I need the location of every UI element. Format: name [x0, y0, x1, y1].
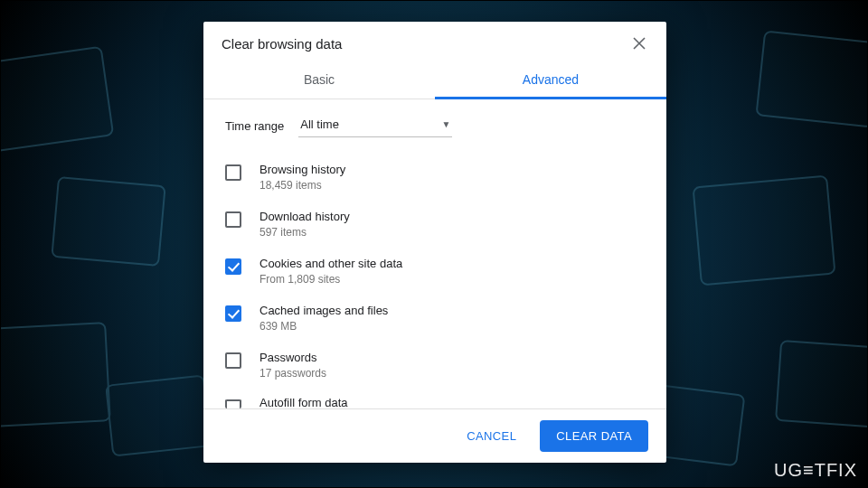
time-range-value: All time	[300, 117, 339, 131]
item-title: Passwords	[259, 351, 326, 364]
dialog-header: Clear browsing data	[203, 22, 666, 61]
clear-data-button[interactable]: CLEAR DATA	[540, 420, 648, 452]
cancel-button[interactable]: CANCEL	[450, 420, 533, 452]
tabs: Basic Advanced	[203, 61, 666, 99]
item-title: Download history	[259, 210, 350, 223]
item-subtitle: 17 passwords	[259, 367, 326, 380]
item-title: Autofill form data	[259, 396, 348, 408]
item-subtitle: 18,459 items	[259, 179, 345, 192]
item-title: Browsing history	[259, 163, 345, 176]
list-item[interactable]: Passwords 17 passwords	[225, 342, 645, 389]
close-button[interactable]	[630, 34, 648, 52]
time-range-select[interactable]: All time ▼	[298, 114, 452, 137]
dropdown-arrow-icon: ▼	[441, 119, 450, 129]
item-text: Cookies and other site data From 1,809 s…	[259, 257, 402, 286]
item-text: Cached images and files 639 MB	[259, 304, 388, 333]
tab-advanced[interactable]: Advanced	[435, 61, 666, 99]
time-range-row: Time range All time ▼	[225, 114, 645, 137]
checkbox-autofill[interactable]	[225, 399, 241, 408]
list-item[interactable]: Autofill form data	[225, 389, 645, 408]
watermark-logo: UG≡TFIX	[774, 460, 857, 481]
checkbox-cookies[interactable]	[225, 258, 241, 275]
item-subtitle: 597 items	[259, 226, 350, 239]
clear-browsing-data-dialog: Clear browsing data Basic Advanced Time …	[203, 22, 666, 463]
item-title: Cached images and files	[259, 304, 388, 317]
item-text: Browsing history 18,459 items	[259, 163, 345, 192]
item-text: Autofill form data	[259, 398, 348, 408]
tab-basic[interactable]: Basic	[203, 61, 435, 99]
item-subtitle: 639 MB	[259, 320, 388, 333]
list-item[interactable]: Download history 597 items	[225, 201, 645, 248]
item-subtitle: From 1,809 sites	[259, 273, 402, 286]
list-item[interactable]: Cached images and files 639 MB	[225, 295, 645, 342]
dialog-footer: CANCEL CLEAR DATA	[203, 408, 666, 463]
item-text: Passwords 17 passwords	[259, 351, 326, 380]
time-range-label: Time range	[225, 119, 284, 133]
dialog-body: Time range All time ▼ Browsing history 1…	[203, 99, 666, 408]
checkbox-passwords[interactable]	[225, 352, 241, 369]
item-title: Cookies and other site data	[259, 257, 402, 270]
item-text: Download history 597 items	[259, 210, 350, 239]
checkbox-browsing-history[interactable]	[225, 164, 241, 181]
dialog-title: Clear browsing data	[222, 36, 342, 52]
close-icon	[633, 37, 646, 50]
checkbox-cached[interactable]	[225, 305, 241, 322]
list-item[interactable]: Browsing history 18,459 items	[225, 154, 645, 201]
list-item[interactable]: Cookies and other site data From 1,809 s…	[225, 248, 645, 295]
checkbox-download-history[interactable]	[225, 211, 241, 228]
